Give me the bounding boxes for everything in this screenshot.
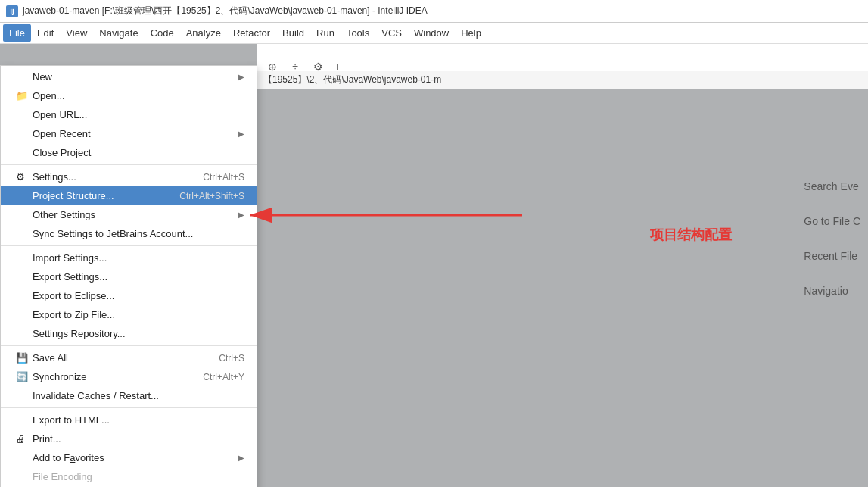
app-icon: ij <box>6 5 18 17</box>
menu-item-add-favorites[interactable]: Add to Favorites ▶ <box>1 448 257 467</box>
menu-vcs[interactable]: VCS <box>375 24 408 42</box>
divider-4 <box>1 407 257 408</box>
menu-item-open-url[interactable]: Open URL... <box>1 105 257 124</box>
annotation-text: 项目结构配置 <box>650 226 732 244</box>
divider-1 <box>1 164 257 165</box>
menu-item-synchronize[interactable]: 🔄Synchronize Ctrl+Alt+Y <box>1 367 257 386</box>
menu-edit[interactable]: Edit <box>31 24 60 42</box>
side-hints: Search Eve Go to File C Recent File Navi… <box>804 180 860 320</box>
menu-build[interactable]: Build <box>276 24 310 42</box>
hint-goto: Go to File C <box>804 215 860 227</box>
menu-item-close-project[interactable]: Close Project <box>1 143 257 162</box>
dropdown-container: New ▶ 📁Open... Open URL... Open Recent ▶… <box>0 65 257 487</box>
menu-item-export-zip[interactable]: Export to Zip File... <box>1 305 257 324</box>
menu-item-export-html[interactable]: Export to HTML... <box>1 411 257 429</box>
print-icon: 🖨 <box>16 433 30 445</box>
save-shortcut: Ctrl+S <box>219 353 244 364</box>
arrow-icon-recent: ▶ <box>238 130 244 138</box>
menu-item-save-all[interactable]: 💾Save All Ctrl+S <box>1 348 257 367</box>
menu-item-print[interactable]: 🖨Print... <box>1 429 257 448</box>
sync-shortcut: Ctrl+Alt+Y <box>203 372 244 382</box>
menu-item-import-settings[interactable]: Import Settings... <box>1 248 257 267</box>
menu-item-export-eclipse[interactable]: Export to Eclipse... <box>1 286 257 305</box>
main-content: ⊕ ÷ ⚙ ⊢ 【19525】\2、代码\JavaWeb\javaweb-01-… <box>0 44 868 487</box>
menu-view[interactable]: View <box>60 24 93 42</box>
menu-item-invalidate-caches[interactable]: Invalidate Caches / Restart... <box>1 386 257 405</box>
gear-icon: ⚙ <box>16 171 30 183</box>
hint-nav: Navigatio <box>804 285 860 297</box>
menu-tools[interactable]: Tools <box>341 24 375 42</box>
menu-item-settings[interactable]: ⚙Settings... Ctrl+Alt+S <box>1 167 257 186</box>
title-bar: ij javaweb-01-maven [F:\班级管理\西开【19525】2、… <box>0 0 868 23</box>
divider-3 <box>1 345 257 346</box>
hint-search: Search Eve <box>804 180 860 192</box>
menu-analyze[interactable]: Analyze <box>180 24 227 42</box>
menu-navigate[interactable]: Navigate <box>93 24 144 42</box>
settings-shortcut: Ctrl+Alt+S <box>203 172 244 183</box>
menu-item-export-settings[interactable]: Export Settings... <box>1 267 257 286</box>
menu-file[interactable]: File <box>3 24 31 42</box>
file-dropdown-menu: New ▶ 📁Open... Open URL... Open Recent ▶… <box>0 65 257 487</box>
menu-item-file-encoding: File Encoding <box>1 467 257 486</box>
window-title: javaweb-01-maven [F:\班级管理\西开【19525】2、代码\… <box>23 5 428 17</box>
menu-refactor[interactable]: Refactor <box>227 24 276 42</box>
save-icon: 💾 <box>16 352 30 364</box>
arrow-icon: ▶ <box>238 73 244 81</box>
menu-help[interactable]: Help <box>455 24 487 42</box>
breadcrumb-bar: 【19525】\2、代码\JavaWeb\javaweb-01-m <box>257 71 868 89</box>
menu-item-open-recent[interactable]: Open Recent ▶ <box>1 124 257 143</box>
folder-icon: 📁 <box>16 90 30 101</box>
menu-item-new[interactable]: New ▶ <box>1 67 257 86</box>
menu-item-project-structure[interactable]: Project Structure... Ctrl+Alt+Shift+S <box>1 186 257 205</box>
divider-2 <box>1 245 257 246</box>
menu-item-other-settings[interactable]: Other Settings ▶ <box>1 205 257 224</box>
project-structure-shortcut: Ctrl+Alt+Shift+S <box>179 191 244 201</box>
menu-item-settings-repo[interactable]: Settings Repository... <box>1 324 257 343</box>
menu-run[interactable]: Run <box>310 24 341 42</box>
breadcrumb-text: 【19525】\2、代码\JavaWeb\javaweb-01-m <box>263 73 441 86</box>
hint-recent: Recent File <box>804 250 860 262</box>
menu-window[interactable]: Window <box>408 24 455 42</box>
synchronize-icon: 🔄 <box>16 371 30 382</box>
arrow-icon-other: ▶ <box>238 211 244 219</box>
menu-bar: File Edit View Navigate Code Analyze Ref… <box>0 23 868 44</box>
menu-item-sync-settings[interactable]: Sync Settings to JetBrains Account... <box>1 224 257 243</box>
arrow-icon-favorites: ▶ <box>238 454 244 462</box>
menu-item-open[interactable]: 📁Open... <box>1 86 257 105</box>
menu-code[interactable]: Code <box>145 24 180 42</box>
